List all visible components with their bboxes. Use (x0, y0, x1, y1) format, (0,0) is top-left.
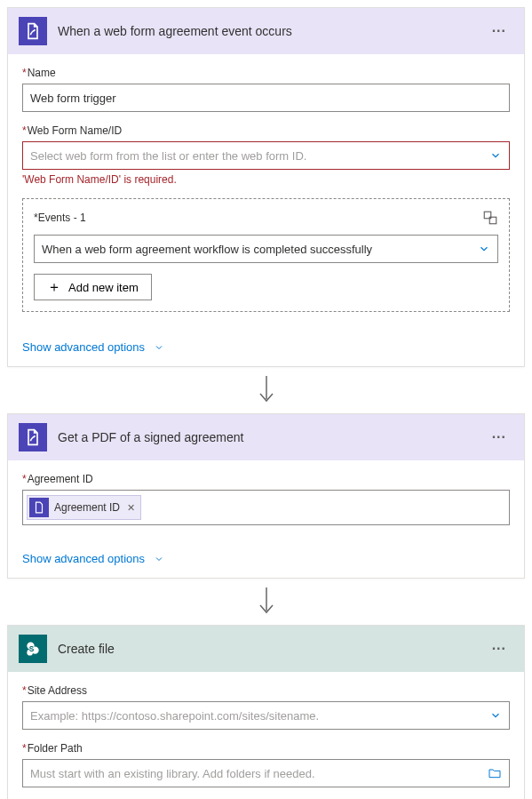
folder-picker-icon[interactable] (488, 766, 502, 780)
webform-placeholder: Select web form from the list or enter t… (30, 149, 486, 163)
plus-icon: ＋ (47, 280, 61, 294)
show-advanced-options[interactable]: Show advanced options (8, 545, 524, 578)
step-header[interactable]: S Create file ··· (8, 626, 524, 672)
chevron-down-icon (489, 149, 502, 162)
sharepoint-icon: S (19, 635, 47, 663)
step-createfile-card: S Create file ··· *Site Address Example:… (7, 625, 525, 799)
events-container: *Events - 1 When a web form agreement wo… (22, 198, 510, 312)
folder-placeholder: Must start with an existing library. Add… (30, 767, 488, 780)
name-row: *Name Web form trigger (22, 67, 510, 112)
step-body: *Agreement ID Agreement ID ✕ (8, 460, 524, 545)
more-menu[interactable]: ··· (485, 637, 513, 660)
webform-label: *Web Form Name/ID (22, 124, 510, 137)
folder-input[interactable]: Must start with an existing library. Add… (22, 759, 510, 787)
agreement-label: *Agreement ID (22, 473, 510, 485)
step-body: *Site Address Example: https://contoso.s… (8, 672, 524, 799)
events-select[interactable]: When a web form agreement workflow is co… (34, 235, 498, 263)
show-advanced-options[interactable]: Show advanced options (8, 333, 524, 366)
site-row: *Site Address Example: https://contoso.s… (22, 684, 510, 730)
folder-label: *Folder Path (22, 742, 510, 755)
step-title: When a web form agreement event occurs (58, 24, 474, 38)
switch-mode-icon[interactable] (482, 210, 498, 226)
step-title: Get a PDF of a signed agreement (58, 430, 474, 444)
webform-row: *Web Form Name/ID Select web form from t… (22, 124, 510, 186)
chevron-down-icon (478, 243, 490, 255)
step-header[interactable]: When a web form agreement event occurs ·… (8, 8, 524, 54)
site-placeholder: Example: https://contoso.sharepoint.com/… (30, 709, 486, 723)
events-value: When a web form agreement workflow is co… (42, 243, 474, 256)
webform-error: 'Web Form Name/ID' is required. (22, 173, 510, 186)
name-value: Web form trigger (30, 92, 502, 105)
site-input[interactable]: Example: https://contoso.sharepoint.com/… (22, 701, 510, 730)
more-menu[interactable]: ··· (485, 20, 513, 43)
adobe-icon (29, 498, 49, 517)
connector-arrow (7, 367, 525, 413)
adobe-icon (19, 423, 47, 451)
adobe-icon (19, 17, 47, 45)
site-label: *Site Address (22, 684, 510, 697)
webform-input[interactable]: Select web form from the list or enter t… (22, 141, 510, 170)
chevron-down-icon (154, 554, 164, 564)
events-label: *Events - 1 (34, 212, 86, 224)
name-label: *Name (22, 67, 510, 79)
step-body: *Name Web form trigger *Web Form Name/ID… (8, 54, 524, 333)
connector-arrow (7, 579, 525, 625)
token-agreement-id[interactable]: Agreement ID ✕ (27, 495, 141, 520)
chevron-down-icon (489, 709, 502, 722)
step-title: Create file (58, 642, 474, 656)
step-header[interactable]: Get a PDF of a signed agreement ··· (8, 414, 524, 460)
step-trigger-card: When a web form agreement event occurs ·… (7, 7, 525, 367)
folder-row: *Folder Path Must start with an existing… (22, 742, 510, 787)
events-header: *Events - 1 (34, 210, 498, 226)
name-input[interactable]: Web form trigger (22, 84, 510, 112)
more-menu[interactable]: ··· (485, 426, 513, 449)
add-new-item-button[interactable]: ＋ Add new item (34, 274, 152, 300)
step-getpdf-card: Get a PDF of a signed agreement ··· *Agr… (7, 413, 525, 579)
agreement-input[interactable]: Agreement ID ✕ (22, 490, 510, 525)
token-remove[interactable]: ✕ (127, 502, 135, 514)
svg-text:S: S (29, 644, 35, 653)
chevron-down-icon (154, 342, 164, 353)
agreement-row: *Agreement ID Agreement ID ✕ (22, 473, 510, 525)
